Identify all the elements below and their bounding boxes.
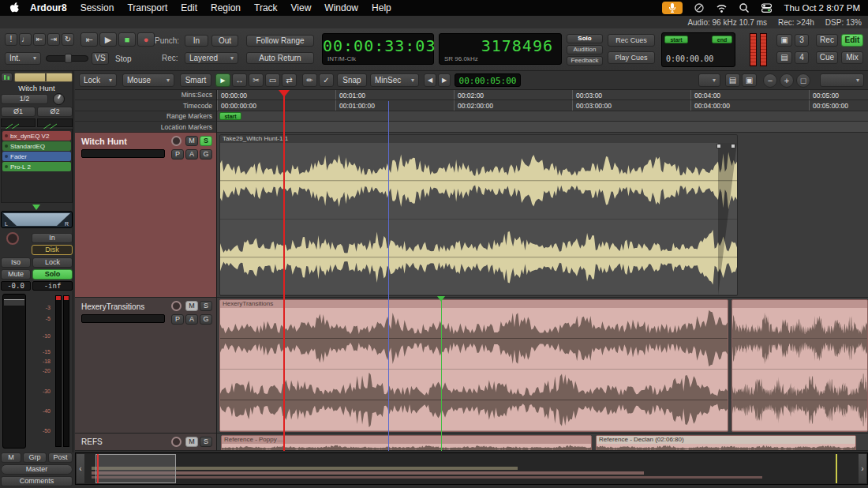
playhead-marker[interactable] <box>279 90 290 97</box>
record-arm-button[interactable] <box>171 136 181 146</box>
ruler-label-minsec[interactable]: Mins:Secs <box>75 90 217 100</box>
punch-out-button[interactable]: Out <box>211 35 238 47</box>
menu-item-edit[interactable]: Edit <box>181 2 197 13</box>
transport-misc-button-3[interactable]: ⇥ <box>47 33 60 46</box>
app-menu-title[interactable]: Ardour8 <box>30 2 67 13</box>
cue-slots-3-button[interactable]: 3 <box>795 34 809 47</box>
goto-start-button[interactable]: ⇤ <box>80 32 98 47</box>
group-button[interactable]: G <box>200 314 212 325</box>
transport-misc-button-1[interactable]: ♩ <box>19 33 32 46</box>
secondary-clock[interactable]: 3178496 SR 96.0kHz <box>439 33 562 65</box>
gain-fader[interactable] <box>2 294 26 449</box>
gain-display[interactable]: -0.0 <box>1 281 31 291</box>
group-tabs-button[interactable]: Grp <box>23 452 47 463</box>
solo-button[interactable]: Solo <box>32 269 73 280</box>
track-name[interactable]: HexeryTransitions <box>81 302 144 311</box>
track-lane-witch-hunt[interactable]: Take29_Witch Hunt-1.1 <box>217 133 868 298</box>
play-button[interactable]: ▶ <box>99 32 117 47</box>
fade-handle[interactable] <box>716 144 721 148</box>
rec-mode-dropdown[interactable]: Layered <box>185 52 238 64</box>
do-not-disturb-icon[interactable] <box>694 2 705 13</box>
vari-speed-button[interactable]: VS <box>92 52 109 65</box>
smart-mode-button[interactable]: Smart <box>180 73 211 87</box>
grab-tool[interactable]: ► <box>215 73 230 87</box>
page-cue-button[interactable]: Cue <box>816 51 838 64</box>
zoom-mode-button-0[interactable]: ▤ <box>725 73 740 87</box>
routing-grid-right[interactable] <box>37 118 73 127</box>
solo-button[interactable]: S <box>200 301 212 311</box>
window-button[interactable]: ▣ <box>776 34 792 47</box>
menu-item-transport[interactable]: Transport <box>127 2 167 13</box>
strip-gain-bar[interactable] <box>14 73 73 82</box>
mute-button[interactable]: Mute <box>1 269 31 280</box>
strip-track-name[interactable]: Witch Hunt <box>0 84 73 92</box>
routing-grid-left[interactable] <box>1 118 36 127</box>
solo-iso-button[interactable]: Iso <box>1 257 31 268</box>
stereo-panner[interactable]: L R <box>1 211 73 228</box>
summary-scroll-left-button[interactable]: ‹ <box>76 453 85 484</box>
mute-button[interactable]: M <box>185 301 198 311</box>
mouse-mode-dropdown[interactable]: Mouse <box>122 73 174 87</box>
ruler-label-location-markers[interactable]: Location Markers <box>75 122 217 133</box>
audition-indicator[interactable]: Audition <box>567 45 603 54</box>
track-lane-hexery[interactable]: HexeryTransitions <box>217 298 868 434</box>
menu-item-view[interactable]: View <box>291 2 312 13</box>
minsec-ruler[interactable]: 00:00:0000:01:0000:02:0000:03:0000:04:00… <box>217 90 868 100</box>
zoom-preset-dropdown[interactable] <box>698 73 720 87</box>
stretch-tool[interactable]: ▭ <box>265 73 280 87</box>
page-rec-button[interactable]: Rec <box>816 34 838 47</box>
wifi-icon[interactable] <box>716 3 728 13</box>
audio-region-hexery-2[interactable] <box>731 299 868 432</box>
summary-view-rectangle[interactable] <box>95 454 176 483</box>
range-markers-ruler[interactable]: start <box>217 111 868 122</box>
playlist-button[interactable]: P <box>171 149 184 160</box>
cue-slots-4-button[interactable]: 4 <box>795 51 809 64</box>
page-mix-button[interactable]: Mix <box>841 51 863 64</box>
menu-item-session[interactable]: Session <box>80 2 114 13</box>
zoom-out-button[interactable]: − <box>763 73 777 88</box>
range-start-marker[interactable]: start <box>664 36 688 43</box>
page-edit-button[interactable]: Edit <box>841 34 863 47</box>
grid-unit-dropdown[interactable]: MinSec <box>370 73 419 87</box>
stop-button[interactable]: ■ <box>118 32 136 47</box>
processor-pro-l-2[interactable]: Pro-L 2 <box>2 162 71 171</box>
solo-button[interactable]: S <box>200 136 212 146</box>
automation-button[interactable]: A <box>185 149 198 160</box>
playhead-line[interactable] <box>283 90 285 451</box>
solo-button[interactable]: S <box>200 437 212 447</box>
control-center-icon[interactable] <box>761 2 773 13</box>
comments-button[interactable]: Comments <box>1 476 73 486</box>
track-name[interactable]: REFS <box>81 437 103 446</box>
zoom-mode-button-1[interactable]: ▣ <box>742 73 757 87</box>
follow-range-button[interactable]: Follow Range <box>246 35 314 47</box>
edit-tool[interactable]: ✓ <box>319 73 334 87</box>
trim-knob[interactable] <box>53 93 65 105</box>
group-button[interactable]: G <box>200 149 212 160</box>
processor-box[interactable]: bx_dynEQ V2StandardEQFaderPro-L 2 <box>1 129 73 203</box>
record-button[interactable]: ● <box>137 32 155 47</box>
speaker-button[interactable]: ▤ <box>776 51 792 64</box>
monitor-input-button[interactable]: In <box>32 233 73 243</box>
visible-tracks-dropdown[interactable] <box>820 73 864 87</box>
track-gain-mini-fader[interactable] <box>81 314 165 323</box>
track-header-hexery[interactable]: HexeryTransitions M S P A G <box>75 298 217 434</box>
zoom-focus-dropdown[interactable]: Lock <box>79 73 117 87</box>
start-range-marker[interactable]: start <box>219 112 241 120</box>
record-arm-button[interactable] <box>171 301 181 311</box>
ruler-label-range-markers[interactable]: Range Markers <box>75 111 217 122</box>
phase-invert-2-button[interactable]: Ø2 <box>37 107 73 117</box>
location-markers-ruler[interactable] <box>217 122 868 133</box>
snap-button[interactable]: Snap <box>337 73 367 87</box>
draw-tool[interactable]: ✏ <box>302 73 317 87</box>
rec-cues-button[interactable]: Rec Cues <box>608 34 655 47</box>
range-end-marker[interactable]: end <box>712 36 732 43</box>
menu-item-track[interactable]: Track <box>254 2 278 13</box>
primary-clock[interactable]: 00:00:33:03 INT/M-Clk <box>322 33 434 65</box>
menu-item-help[interactable]: Help <box>372 2 391 13</box>
audio-region-reference-2[interactable]: Reference - Declan (02:06:80) <box>596 435 856 451</box>
audio-region-take29[interactable]: Take29_Witch Hunt-1.1 <box>219 134 738 296</box>
phase-invert-1-button[interactable]: Ø1 <box>1 107 36 117</box>
menu-item-window[interactable]: Window <box>324 2 358 13</box>
master-button[interactable]: Master <box>1 464 73 475</box>
midi-panic-button[interactable]: M <box>1 452 21 463</box>
